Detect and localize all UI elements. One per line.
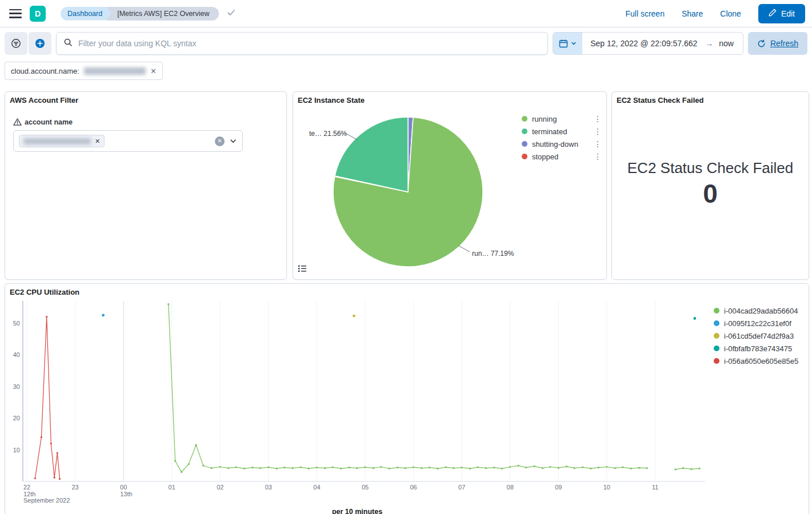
panel-ec2-status-check-failed: EC2 Status Check Failed EC2 Status Check… — [611, 91, 809, 280]
legend-label: i-0fbfafb783e743475 — [724, 344, 792, 353]
svg-text:04: 04 — [313, 484, 320, 491]
clone-link[interactable]: Clone — [720, 9, 741, 18]
legend-item-i-061cd5def74d2f9a3[interactable]: i-061cd5def74d2f9a3 — [714, 330, 806, 342]
svg-text:11: 11 — [652, 484, 658, 491]
menu-icon[interactable] — [9, 9, 22, 18]
cpu-line-chart[interactable]: 10203040502212thSeptember 2022230013th01… — [5, 298, 709, 507]
legend-label: shutting-down — [532, 140, 578, 148]
legend-label: terminated — [532, 127, 567, 136]
account-name-label: account name — [13, 118, 286, 126]
legend-color-dot — [522, 116, 527, 122]
filter-button-group — [5, 32, 51, 55]
filter-pill[interactable]: cloud.account.name: ✕ — [5, 62, 163, 80]
legend-color-dot — [714, 346, 719, 351]
legend-item-i-0095f12c22c31ef0f[interactable]: i-0095f12c22c31ef0f — [714, 317, 806, 330]
chevron-down-icon — [571, 41, 577, 46]
legend-list-icon — [298, 264, 307, 273]
add-filter-button[interactable] — [29, 32, 51, 55]
saved-check-icon — [227, 8, 236, 19]
query-toolbar: Sep 12, 2022 @ 22:09:57.662 → now Refres… — [0, 27, 812, 59]
legend-item-terminated[interactable]: terminated⋮ — [522, 125, 603, 138]
date-end-now[interactable]: now — [713, 39, 743, 48]
top-header: D Dashboard [Metrics AWS] EC2 Overview F… — [0, 0, 812, 27]
metric-value: 0 — [612, 178, 809, 209]
svg-text:05: 05 — [362, 484, 369, 491]
legend-item-menu-icon[interactable]: ⋮ — [593, 127, 603, 136]
refresh-icon — [757, 39, 766, 48]
search-icon — [63, 38, 73, 49]
legend-color-dot — [522, 141, 527, 147]
legend-item-shutting-down[interactable]: shutting-down⋮ — [522, 138, 603, 150]
svg-text:50: 50 — [13, 320, 20, 327]
panel-title: EC2 Status Check Failed — [612, 92, 809, 109]
svg-text:01: 01 — [169, 484, 175, 491]
selected-account-redacted-value — [23, 138, 91, 144]
pie-callout-running: run… 77.19% — [472, 250, 514, 258]
kql-search-bar — [56, 32, 548, 55]
remove-filter-icon[interactable]: ✕ — [150, 67, 157, 75]
legend-label: stopped — [532, 152, 558, 161]
legend-item-menu-icon[interactable]: ⋮ — [593, 139, 603, 148]
svg-text:40: 40 — [13, 351, 20, 358]
legend-label: i-056a6050e605e85e5 — [724, 357, 798, 366]
plus-in-circle-icon — [35, 38, 45, 49]
series-line-i-004cad29adab56604 — [675, 468, 699, 469]
svg-text:30: 30 — [13, 383, 20, 390]
legend-label: i-004cad29adab56604 — [724, 307, 798, 315]
cpu-legend: i-004cad29adab56604i-0095f12c22c31ef0fi-… — [714, 304, 806, 367]
selected-account-pill: ✕ — [19, 135, 105, 147]
full-screen-link[interactable]: Full screen — [625, 9, 664, 18]
date-range-arrow: → — [705, 39, 713, 48]
svg-text:00: 00 — [120, 484, 127, 491]
clear-selection-button[interactable]: ✕ — [215, 136, 225, 146]
svg-text:10: 10 — [13, 447, 20, 453]
legend-item-i-004cad29adab56604[interactable]: i-004cad29adab56604 — [714, 304, 806, 317]
pie-callout-terminated: te… 21.56% — [309, 130, 347, 138]
deployment-badge[interactable]: D — [30, 6, 46, 22]
svg-text:13th: 13th — [120, 491, 132, 497]
combobox-chevron-down-icon[interactable] — [229, 137, 237, 145]
legend-toggle-button[interactable] — [298, 264, 307, 275]
panel-ec2-instance-state: EC2 Instance State te… 21.56%run… 77.19%… — [293, 91, 607, 280]
legend-color-dot — [714, 308, 719, 314]
legend-item-i-0fbfafb783e743475[interactable]: i-0fbfafb783e743475 — [714, 342, 806, 355]
svg-text:07: 07 — [458, 484, 465, 491]
account-name-combobox[interactable]: ✕ ✕ — [13, 130, 243, 152]
refresh-button[interactable]: Refresh — [748, 32, 807, 55]
x-axis-title: per 10 minutes — [5, 508, 709, 514]
legend-item-running[interactable]: running⋮ — [522, 113, 603, 125]
edit-button-label: Edit — [781, 9, 795, 18]
legend-color-dot — [522, 154, 527, 159]
breadcrumb-current: [Metrics AWS] EC2 Overview — [107, 7, 218, 21]
share-link[interactable]: Share — [682, 9, 703, 18]
legend-item-i-056a6050e605e85e5[interactable]: i-056a6050e605e85e5 — [714, 355, 806, 367]
search-input[interactable] — [78, 39, 541, 48]
legend-item-stopped[interactable]: stopped⋮ — [522, 150, 603, 163]
filter-menu-button[interactable] — [5, 32, 27, 55]
svg-text:10: 10 — [603, 484, 610, 491]
metric-visualization: EC2 Status Check Failed 0 — [612, 159, 809, 209]
calendar-icon — [559, 39, 568, 48]
legend-color-dot — [714, 320, 719, 326]
edit-button[interactable]: Edit — [758, 4, 805, 23]
metric-label: EC2 Status Check Failed — [612, 159, 809, 177]
calendar-button[interactable] — [553, 33, 582, 54]
refresh-label: Refresh — [770, 39, 798, 48]
svg-text:22: 22 — [23, 484, 30, 491]
svg-text:September 2022: September 2022 — [23, 497, 70, 504]
pie-legend: running⋮terminated⋮shutting-down⋮stopped… — [522, 113, 603, 163]
remove-selected-account-icon[interactable]: ✕ — [95, 138, 100, 145]
series-line-i-056a6050e605e85e5 — [35, 317, 59, 479]
filter-in-circle-icon — [11, 38, 21, 49]
header-actions: Full screen Share Clone Edit — [625, 4, 805, 23]
breadcrumb: Dashboard [Metrics AWS] EC2 Overview — [61, 7, 219, 21]
breadcrumb-dashboard[interactable]: Dashboard — [61, 7, 111, 21]
legend-item-menu-icon[interactable]: ⋮ — [593, 114, 603, 123]
svg-text:09: 09 — [555, 484, 562, 491]
date-start-text[interactable]: Sep 12, 2022 @ 22:09:57.662 — [582, 39, 705, 48]
filter-pill-field: cloud.account.name: — [11, 67, 79, 75]
series-line-i-004cad29adab56604 — [169, 304, 647, 472]
warning-icon — [13, 118, 22, 126]
svg-text:23: 23 — [71, 484, 78, 491]
legend-item-menu-icon[interactable]: ⋮ — [593, 152, 603, 161]
